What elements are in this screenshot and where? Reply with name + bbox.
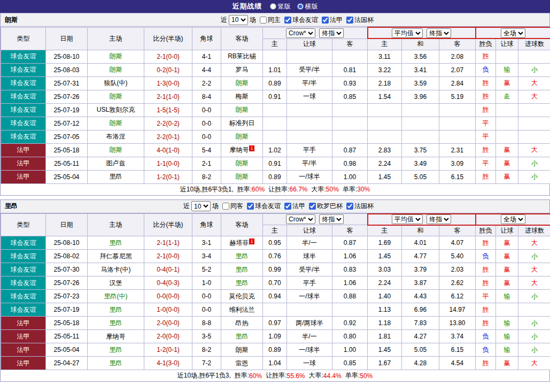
team-name-link[interactable]: 朗斯 [236, 106, 249, 113]
score-cell[interactable]: 0-4(0-3) [144, 276, 192, 290]
score-cell[interactable]: 4-1(3-0) [144, 357, 192, 370]
team-name-link[interactable]: 摩纳哥 [106, 333, 126, 340]
team-name-link[interactable]: 朗斯 [236, 173, 249, 180]
goals-result-cell: 大 [518, 76, 550, 90]
team-name-link[interactable]: 里昂 [110, 319, 122, 327]
odds-stage-select[interactable]: 终指 [319, 28, 344, 38]
same-venue-filter[interactable]: 同主 [256, 16, 281, 25]
score-cell[interactable]: 0-4(0-1) [144, 263, 192, 276]
league-filter-checkbox[interactable] [284, 17, 291, 24]
team-name-link[interactable]: 维利法兰 [229, 306, 255, 313]
avg-stage-select[interactable]: 终指 [427, 214, 451, 224]
score-cell[interactable]: 1-0(0-0) [144, 303, 192, 317]
league-filter-checkbox[interactable] [284, 203, 291, 210]
team-name-link[interactable]: 雷恩 [236, 359, 249, 367]
score-cell[interactable]: 2-1(1-1) [144, 236, 192, 250]
team-name-link[interactable]: 图卢兹 [106, 159, 126, 167]
scope-select[interactable]: 全场 [501, 214, 525, 224]
score-cell[interactable]: 0-0(0-0) [144, 290, 192, 303]
score-cell[interactable]: 2-1(1-0) [144, 90, 192, 103]
team-name-link[interactable]: 朗斯 [236, 133, 249, 140]
team-name-link[interactable]: 莫伦贝克 [229, 293, 255, 300]
team-name-link[interactable]: 梅斯 [236, 93, 249, 100]
league-filter-checkbox[interactable] [309, 203, 316, 210]
match-type-cell: 球会友谊 [1, 103, 46, 117]
team-name-link[interactable]: 里昂 [110, 173, 122, 180]
same-venue-checkbox[interactable] [222, 203, 229, 210]
avg-stage-select[interactable]: 终指 [427, 28, 451, 38]
score-cell[interactable]: 2-0(0-0) [144, 330, 192, 343]
team-name-link[interactable]: 朗斯 [110, 146, 122, 153]
league-filter-item[interactable]: 法国杯 [343, 16, 374, 25]
league-filter-item[interactable]: 法国杯 [343, 202, 374, 211]
same-venue-checkbox[interactable] [260, 17, 267, 24]
score-cell[interactable]: 2-2(0-2) [144, 117, 192, 130]
team-name-link[interactable]: 罗马 [236, 66, 249, 73]
league-filter-checkbox[interactable] [247, 203, 254, 210]
avg-home-cell: 1.40 [368, 290, 402, 303]
scope-select[interactable]: 全场 [501, 28, 525, 38]
team-name-link[interactable]: 布洛涅 [106, 133, 126, 140]
team-name-link[interactable]: 朗斯 [110, 119, 122, 127]
avg-odds-select[interactable]: 平均值 [392, 28, 423, 38]
league-filter-item[interactable]: 法甲 [318, 16, 343, 25]
team-name-link[interactable]: 赫塔菲 [229, 239, 249, 247]
score-cell[interactable]: 1-2(0-1) [144, 170, 192, 183]
league-filter-checkbox[interactable] [346, 17, 353, 24]
vertical-layout-radio[interactable] [270, 3, 276, 10]
team-name-link[interactable]: 朗斯 [110, 66, 122, 73]
avg-draw-cell: 3.79 [402, 263, 439, 276]
score-cell[interactable]: 1-5(1-5) [144, 103, 192, 117]
score-cell[interactable]: 1-1(0-0) [144, 157, 192, 170]
team-name-link[interactable]: 里昂 [236, 333, 249, 340]
layout-option-horizontal[interactable]: 横版 [297, 2, 318, 11]
team-name-link[interactable]: 里昂 [236, 252, 249, 260]
home-odds-cell [263, 130, 287, 143]
team-name-link[interactable]: 朗斯 [236, 79, 249, 87]
league-filter-checkbox[interactable] [322, 17, 329, 24]
team-name-link[interactable]: 里昂 [110, 359, 122, 367]
team-name-link[interactable]: 昂热 [236, 319, 249, 327]
team-name-link[interactable]: 汉堡 [110, 279, 122, 287]
team-name-link[interactable]: 朗斯 [236, 159, 249, 167]
odds-company-select[interactable]: Crow* [286, 214, 315, 224]
score-cell[interactable]: 2-1(0-0) [144, 50, 192, 63]
league-filter-checkbox[interactable] [346, 203, 353, 210]
odds-company-select[interactable]: Crow* [286, 28, 315, 38]
score-cell[interactable]: 1-2(0-1) [144, 343, 192, 357]
score-cell[interactable]: 2-0(0-0) [144, 317, 192, 330]
score-cell[interactable]: 2-1(0-0) [144, 250, 192, 263]
team-name-link[interactable]: 里昂 [236, 279, 249, 287]
team-name-link[interactable]: 拜仁慕尼黑 [100, 252, 132, 260]
team-name-link[interactable]: RB莱比锡 [228, 52, 256, 60]
league-filter-item[interactable]: 欧罗巴杯 [305, 202, 343, 211]
team-name-link[interactable]: 里昂 [110, 306, 122, 313]
league-filter-item[interactable]: 球会友谊 [281, 16, 318, 25]
odds-stage-select[interactable]: 终指 [319, 214, 344, 224]
same-venue-filter[interactable]: 同客 [219, 202, 243, 211]
team-name-link[interactable]: 马洛卡(中) [101, 266, 131, 273]
match-count-select[interactable]: 10 [229, 15, 248, 25]
team-name-link[interactable]: 里昂 [110, 239, 122, 247]
score-cell[interactable]: 2-2(0-1) [144, 130, 192, 143]
match-count-select[interactable]: 10 [191, 201, 211, 211]
team-name-link[interactable]: 标准列日 [229, 119, 255, 127]
team-name-link[interactable]: 朗斯 [236, 346, 249, 353]
team-name-link[interactable]: 朗斯 [110, 93, 122, 100]
horizontal-layout-radio[interactable] [297, 3, 304, 10]
avg-odds-select[interactable]: 平均值 [392, 214, 423, 224]
league-filter-item[interactable]: 法甲 [281, 202, 305, 211]
layout-option-vertical[interactable]: 竖版 [270, 2, 291, 11]
team-name-link[interactable]: 里昂 [110, 346, 122, 353]
home-team-cell: 里昂(中) [88, 290, 144, 303]
team-name-link[interactable]: 里昂(中) [104, 293, 128, 300]
score-cell[interactable]: 1-3(0-0) [144, 76, 192, 90]
team-name-link[interactable]: 摩纳哥 [229, 146, 249, 153]
team-name-link[interactable]: 朗斯 [110, 52, 122, 60]
league-filter-item[interactable]: 球会友谊 [243, 202, 281, 211]
team-name-link[interactable]: 里昂 [236, 266, 249, 273]
score-cell[interactable]: 4-0(1-0) [144, 143, 192, 157]
score-cell[interactable]: 0-2(0-1) [144, 63, 192, 76]
team-name-link[interactable]: 狼队(中) [104, 79, 128, 87]
team-name-link[interactable]: USL敦刻尔克 [97, 106, 135, 113]
